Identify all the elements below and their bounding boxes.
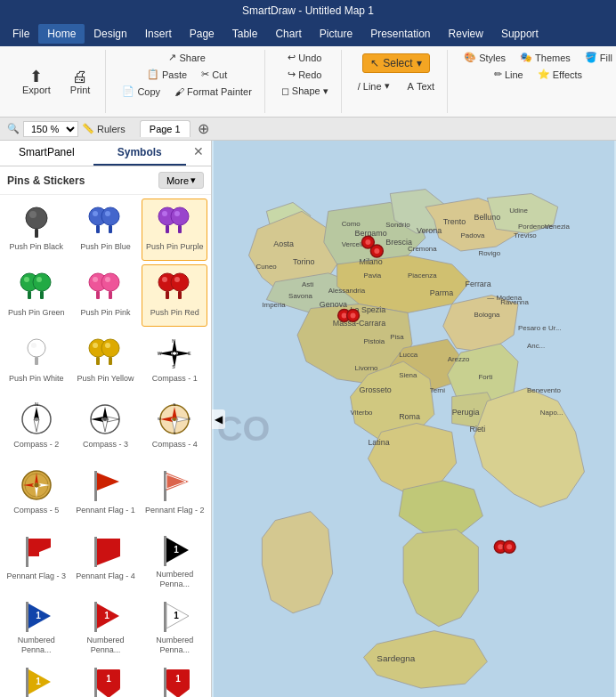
copy-icon: 📄: [122, 85, 134, 97]
svg-rect-14: [178, 225, 182, 233]
more-button[interactable]: More ▾: [158, 172, 204, 189]
symbol-push-pin-pink[interactable]: Push Pin Pink: [73, 264, 139, 327]
select-button[interactable]: ↖ Select ▾: [362, 53, 429, 73]
symbol-push-pin-white[interactable]: Push Pin White: [4, 330, 69, 393]
fill-button[interactable]: 🪣 Fill: [580, 50, 616, 65]
svg-point-4: [93, 211, 98, 216]
menu-page[interactable]: Page: [181, 24, 223, 44]
export-button[interactable]: ⬆ Export: [14, 62, 59, 101]
menu-insert[interactable]: Insert: [136, 24, 181, 44]
svg-rect-11: [166, 225, 169, 233]
symbol-numbered-rect-red[interactable]: 1 Numbered Recta...: [73, 660, 139, 697]
title-text: SmartDraw - Untitled Map 1: [242, 4, 374, 17]
svg-rect-5: [96, 225, 100, 233]
cut-button[interactable]: ✂ Cut: [196, 67, 232, 82]
svg-rect-20: [40, 291, 44, 299]
svg-text:Genova: Genova: [320, 300, 347, 309]
svg-text:Treviso: Treviso: [514, 231, 537, 239]
add-page-button[interactable]: ⊕: [194, 120, 213, 137]
tab-smartpanel[interactable]: SmartPanel: [0, 141, 93, 166]
svg-text:Padova: Padova: [461, 231, 485, 239]
line-button[interactable]: / Line ▾: [353, 78, 395, 93]
svg-text:E: E: [189, 417, 191, 421]
menu-chart[interactable]: Chart: [266, 24, 310, 44]
svg-marker-58: [91, 417, 103, 422]
svg-point-39: [101, 339, 119, 357]
share-button[interactable]: ↗ Share: [163, 50, 210, 65]
themes-button[interactable]: 🎭 Themes: [515, 50, 576, 65]
tab-symbols[interactable]: Symbols: [93, 141, 187, 166]
rulers-button[interactable]: 📏 Rulers: [82, 123, 126, 134]
line-dropdown-icon: ▾: [385, 80, 390, 92]
menu-file[interactable]: File: [4, 24, 38, 44]
print-button[interactable]: 🖨 Print: [62, 62, 99, 101]
menu-review[interactable]: Review: [440, 24, 492, 44]
paste-button[interactable]: 📋 Paste: [142, 67, 192, 82]
symbol-push-pin-blue[interactable]: Push Pin Blue: [73, 199, 139, 261]
symbol-numbered-rect-red2[interactable]: 1 Numbered Recta...: [142, 660, 207, 697]
symbol-compass-5[interactable]: Compass - 5: [4, 462, 69, 524]
symbol-label: Pennant Flag - 4: [76, 571, 135, 581]
scroll-left-button[interactable]: ◀: [212, 409, 225, 429]
svg-text:Pisa: Pisa: [390, 333, 404, 341]
symbol-numbered-pennant-white[interactable]: 1 Numbered Penna...: [142, 594, 207, 656]
symbol-numbered-pennant-bw[interactable]: 1 Numbered Penna...: [142, 528, 207, 590]
shape-button[interactable]: ◻ Shape ▾: [276, 84, 334, 99]
symbol-numbered-pennant-yellow[interactable]: 1 Numbered Penna...: [4, 660, 69, 697]
more-dropdown-icon: ▾: [190, 174, 196, 186]
svg-point-185: [351, 312, 356, 318]
symbol-push-pin-purple[interactable]: Push Pin Purple: [142, 199, 207, 261]
svg-rect-78: [94, 471, 97, 501]
copy-button[interactable]: 📄 Copy: [117, 84, 166, 99]
symbol-numbered-pennant-blue[interactable]: 1 Numbered Penna...: [4, 594, 69, 656]
symbol-push-pin-green[interactable]: Push Pin Green: [4, 264, 69, 327]
effects-button[interactable]: ⭐ Effects: [532, 67, 588, 82]
menu-home[interactable]: Home: [38, 24, 85, 44]
select-dropdown-icon: ▾: [417, 57, 422, 69]
svg-point-189: [507, 544, 512, 549]
symbol-compass-3[interactable]: Compass - 3: [73, 396, 139, 458]
undo-button[interactable]: ↩ Undo: [282, 50, 327, 65]
redo-button[interactable]: ↪ Redo: [282, 67, 327, 82]
map-area[interactable]: Aosta Cuneo Torino Asti Alessandria Mila…: [212, 141, 616, 697]
styles-button[interactable]: 🎨 Styles: [458, 50, 511, 65]
symbol-pennant-flag-3[interactable]: Pennant Flag - 3: [4, 528, 69, 590]
menu-design[interactable]: Design: [85, 24, 135, 44]
symbol-pennant-flag-2[interactable]: Pennant Flag - 2: [142, 462, 207, 524]
svg-point-60: [103, 417, 107, 421]
text-button[interactable]: A Text: [402, 79, 441, 93]
zoom-select[interactable]: 150 % 100 % 75 %: [23, 121, 78, 137]
format-painter-icon: 🖌: [174, 86, 184, 97]
undo-icon: ↩: [288, 52, 296, 63]
svg-point-6: [101, 207, 119, 225]
svg-text:E: E: [188, 351, 191, 356]
symbol-pennant-flag-1[interactable]: Pennant Flag - 1: [73, 462, 139, 524]
menu-table[interactable]: Table: [223, 24, 267, 44]
symbol-label: Push Pin Pink: [80, 308, 130, 318]
symbol-compass-1[interactable]: N S W E Compass - 1: [142, 330, 207, 393]
symbol-compass-4[interactable]: N S W E Compass - 4: [142, 396, 207, 458]
svg-point-34: [31, 343, 36, 348]
menu-support[interactable]: Support: [492, 24, 547, 44]
svg-rect-8: [109, 225, 112, 233]
title-bar: SmartDraw - Untitled Map 1: [0, 0, 616, 21]
symbol-compass-2[interactable]: N Compass - 2: [4, 396, 69, 458]
svg-text:Perugia: Perugia: [452, 408, 480, 417]
symbol-push-pin-black[interactable]: Push Pin Black: [4, 199, 69, 261]
symbol-push-pin-red[interactable]: Push Pin Red: [142, 264, 207, 327]
line-style-button[interactable]: ✏ Line: [489, 67, 529, 82]
symbol-push-pin-yellow[interactable]: Push Pin Yellow: [73, 330, 139, 393]
menu-picture[interactable]: Picture: [311, 24, 361, 44]
svg-text:Cuneo: Cuneo: [255, 263, 277, 271]
magnify-icon: 🔍: [7, 123, 20, 134]
symbol-label: Pennant Flag - 1: [76, 506, 135, 515]
close-sidebar-button[interactable]: ✕: [186, 141, 211, 166]
menu-presentation[interactable]: Presentation: [361, 24, 439, 44]
svg-point-183: [342, 312, 347, 318]
symbol-pennant-flag-4[interactable]: Pennant Flag - 4: [73, 528, 139, 590]
page-tab[interactable]: Page 1: [140, 120, 190, 137]
svg-point-13: [174, 211, 180, 216]
svg-text:N: N: [174, 402, 176, 407]
format-painter-button[interactable]: 🖌 Format Painter: [169, 85, 257, 99]
symbol-numbered-pennant-red[interactable]: 1 Numbered Penna...: [73, 594, 139, 656]
